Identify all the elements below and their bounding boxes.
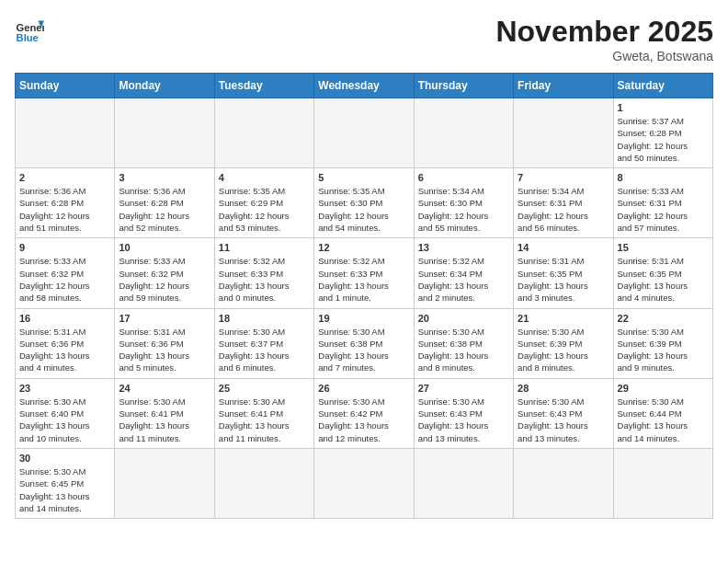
day-number: 20 [418, 313, 509, 324]
day-of-week-header: Monday [115, 74, 214, 98]
calendar-cell [514, 448, 613, 518]
day-info: Sunrise: 5:30 AM Sunset: 6:43 PM Dayligh… [518, 396, 609, 444]
day-info: Sunrise: 5:35 AM Sunset: 6:29 PM Dayligh… [219, 185, 310, 234]
calendar-cell: 24Sunrise: 5:30 AM Sunset: 6:41 PM Dayli… [115, 378, 214, 448]
day-number: 18 [219, 313, 310, 324]
calendar-cell: 30Sunrise: 5:30 AM Sunset: 6:45 PM Dayli… [16, 448, 115, 518]
day-info: Sunrise: 5:30 AM Sunset: 6:40 PM Dayligh… [19, 396, 110, 444]
calendar-cell [414, 98, 513, 168]
day-number: 24 [119, 383, 210, 394]
calendar-cell: 13Sunrise: 5:32 AM Sunset: 6:34 PM Dayli… [414, 238, 513, 308]
calendar-cell: 10Sunrise: 5:33 AM Sunset: 6:32 PM Dayli… [115, 238, 214, 308]
calendar-cell: 25Sunrise: 5:30 AM Sunset: 6:41 PM Dayli… [214, 378, 313, 448]
day-info: Sunrise: 5:30 AM Sunset: 6:41 PM Dayligh… [219, 396, 310, 444]
day-info: Sunrise: 5:35 AM Sunset: 6:30 PM Dayligh… [318, 185, 409, 234]
day-number: 14 [518, 242, 609, 253]
calendar-cell [214, 98, 313, 168]
day-of-week-header: Thursday [414, 74, 513, 98]
day-number: 7 [518, 172, 609, 183]
day-info: Sunrise: 5:34 AM Sunset: 6:31 PM Dayligh… [518, 185, 609, 234]
logo: General Blue [15, 15, 44, 44]
day-number: 17 [119, 313, 210, 324]
calendar-cell [214, 448, 313, 518]
calendar-cell [514, 98, 613, 168]
day-number: 13 [418, 242, 509, 253]
day-number: 10 [119, 242, 210, 253]
calendar-cell: 1Sunrise: 5:37 AM Sunset: 6:28 PM Daylig… [613, 98, 712, 168]
calendar-cell: 9Sunrise: 5:33 AM Sunset: 6:32 PM Daylig… [16, 238, 115, 308]
calendar-cell: 2Sunrise: 5:36 AM Sunset: 6:28 PM Daylig… [16, 168, 115, 238]
calendar-cell: 23Sunrise: 5:30 AM Sunset: 6:40 PM Dayli… [16, 378, 115, 448]
day-number: 8 [618, 172, 709, 183]
day-number: 9 [19, 242, 110, 253]
day-info: Sunrise: 5:32 AM Sunset: 6:33 PM Dayligh… [318, 255, 409, 304]
day-of-week-header: Wednesday [314, 74, 414, 98]
day-number: 19 [318, 313, 409, 324]
logo-icon: General Blue [15, 15, 44, 44]
day-number: 4 [219, 172, 310, 183]
location: Gweta, Botswana [495, 49, 713, 63]
day-info: Sunrise: 5:30 AM Sunset: 6:41 PM Dayligh… [119, 396, 210, 444]
day-info: Sunrise: 5:34 AM Sunset: 6:30 PM Dayligh… [418, 185, 509, 234]
calendar-cell [314, 98, 414, 168]
calendar-week-row: 9Sunrise: 5:33 AM Sunset: 6:32 PM Daylig… [16, 238, 713, 308]
day-info: Sunrise: 5:30 AM Sunset: 6:38 PM Dayligh… [418, 326, 509, 374]
calendar-cell [314, 448, 414, 518]
day-number: 23 [19, 383, 110, 394]
day-number: 5 [318, 172, 409, 183]
calendar-cell: 6Sunrise: 5:34 AM Sunset: 6:30 PM Daylig… [414, 168, 513, 238]
calendar-header-row: SundayMondayTuesdayWednesdayThursdayFrid… [16, 74, 713, 98]
day-info: Sunrise: 5:33 AM Sunset: 6:32 PM Dayligh… [19, 255, 110, 304]
calendar-cell: 14Sunrise: 5:31 AM Sunset: 6:35 PM Dayli… [514, 238, 613, 308]
day-info: Sunrise: 5:30 AM Sunset: 6:39 PM Dayligh… [518, 326, 609, 374]
day-number: 30 [19, 453, 110, 464]
day-info: Sunrise: 5:31 AM Sunset: 6:35 PM Dayligh… [618, 255, 709, 304]
day-info: Sunrise: 5:33 AM Sunset: 6:32 PM Dayligh… [119, 255, 210, 304]
day-info: Sunrise: 5:30 AM Sunset: 6:39 PM Dayligh… [618, 326, 709, 374]
day-info: Sunrise: 5:31 AM Sunset: 6:36 PM Dayligh… [119, 326, 210, 374]
calendar-cell: 26Sunrise: 5:30 AM Sunset: 6:42 PM Dayli… [314, 378, 414, 448]
day-info: Sunrise: 5:32 AM Sunset: 6:33 PM Dayligh… [219, 255, 310, 304]
day-info: Sunrise: 5:31 AM Sunset: 6:36 PM Dayligh… [19, 326, 110, 374]
day-of-week-header: Friday [514, 74, 613, 98]
month-title: November 2025 [495, 15, 713, 49]
calendar-cell: 15Sunrise: 5:31 AM Sunset: 6:35 PM Dayli… [613, 238, 712, 308]
calendar-week-row: 1Sunrise: 5:37 AM Sunset: 6:28 PM Daylig… [16, 98, 713, 168]
day-of-week-header: Sunday [16, 74, 115, 98]
day-info: Sunrise: 5:30 AM Sunset: 6:37 PM Dayligh… [219, 326, 310, 374]
calendar-cell [115, 448, 214, 518]
calendar-cell: 4Sunrise: 5:35 AM Sunset: 6:29 PM Daylig… [214, 168, 313, 238]
day-number: 2 [19, 172, 110, 183]
calendar-cell: 12Sunrise: 5:32 AM Sunset: 6:33 PM Dayli… [314, 238, 414, 308]
day-number: 22 [618, 313, 709, 324]
day-info: Sunrise: 5:36 AM Sunset: 6:28 PM Dayligh… [19, 185, 110, 234]
day-info: Sunrise: 5:30 AM Sunset: 6:45 PM Dayligh… [19, 465, 110, 514]
calendar-cell: 16Sunrise: 5:31 AM Sunset: 6:36 PM Dayli… [16, 308, 115, 378]
day-number: 21 [518, 313, 609, 324]
calendar-cell: 17Sunrise: 5:31 AM Sunset: 6:36 PM Dayli… [115, 308, 214, 378]
calendar-cell: 22Sunrise: 5:30 AM Sunset: 6:39 PM Dayli… [613, 308, 712, 378]
calendar-cell: 3Sunrise: 5:36 AM Sunset: 6:28 PM Daylig… [115, 168, 214, 238]
day-info: Sunrise: 5:37 AM Sunset: 6:28 PM Dayligh… [618, 115, 709, 164]
calendar-cell: 5Sunrise: 5:35 AM Sunset: 6:30 PM Daylig… [314, 168, 414, 238]
day-info: Sunrise: 5:30 AM Sunset: 6:43 PM Dayligh… [418, 396, 509, 444]
day-info: Sunrise: 5:30 AM Sunset: 6:38 PM Dayligh… [318, 326, 409, 374]
calendar-cell: 20Sunrise: 5:30 AM Sunset: 6:38 PM Dayli… [414, 308, 513, 378]
calendar-cell: 18Sunrise: 5:30 AM Sunset: 6:37 PM Dayli… [214, 308, 313, 378]
calendar-cell: 29Sunrise: 5:30 AM Sunset: 6:44 PM Dayli… [613, 378, 712, 448]
day-number: 1 [618, 102, 709, 113]
day-info: Sunrise: 5:31 AM Sunset: 6:35 PM Dayligh… [518, 255, 609, 304]
day-info: Sunrise: 5:30 AM Sunset: 6:44 PM Dayligh… [618, 396, 709, 444]
calendar-cell: 8Sunrise: 5:33 AM Sunset: 6:31 PM Daylig… [613, 168, 712, 238]
calendar-cell [115, 98, 214, 168]
day-info: Sunrise: 5:30 AM Sunset: 6:42 PM Dayligh… [318, 396, 409, 444]
day-of-week-header: Tuesday [214, 74, 313, 98]
day-number: 26 [318, 383, 409, 394]
calendar-week-row: 16Sunrise: 5:31 AM Sunset: 6:36 PM Dayli… [16, 308, 713, 378]
day-number: 3 [119, 172, 210, 183]
page-header: General Blue November 2025 Gweta, Botswa… [15, 15, 713, 63]
day-number: 11 [219, 242, 310, 253]
calendar-cell: 7Sunrise: 5:34 AM Sunset: 6:31 PM Daylig… [514, 168, 613, 238]
title-block: November 2025 Gweta, Botswana [495, 15, 713, 63]
day-of-week-header: Saturday [613, 74, 712, 98]
